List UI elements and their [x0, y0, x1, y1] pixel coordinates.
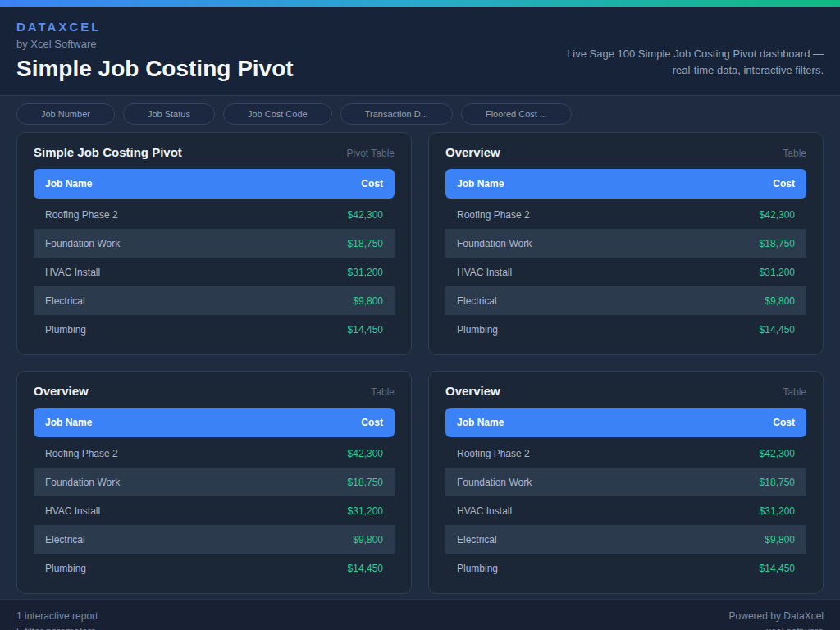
card-header: Overview Table	[34, 384, 395, 398]
table-row[interactable]: Electrical$9,800	[445, 286, 806, 315]
cost-cell: $31,200	[760, 267, 795, 278]
filter-chip-floored-cost[interactable]: Floored Cost ...	[461, 103, 572, 125]
table-body: Roofing Phase 2$42,300Foundation Work$18…	[445, 439, 806, 582]
table-column-header[interactable]: Job Name Cost	[34, 408, 395, 437]
tagline-line-1: Live Sage 100 Simple Job Costing Pivot d…	[567, 46, 824, 62]
table-row[interactable]: Roofing Phase 2$42,300	[34, 439, 395, 468]
job-name-cell: Plumbing	[457, 563, 498, 574]
header: DATAXCEL by Xcel Software Simple Job Cos…	[0, 7, 840, 96]
report-card: Overview Table Job Name Cost Roofing Pha…	[428, 371, 824, 594]
top-gradient-bar	[0, 0, 840, 7]
table-row[interactable]: Foundation Work$18,750	[445, 229, 806, 258]
table-body: Roofing Phase 2$42,300Foundation Work$18…	[34, 200, 395, 344]
job-name-cell: Electrical	[45, 295, 85, 307]
cost-cell: $42,300	[760, 209, 795, 221]
job-name-cell: Foundation Work	[457, 477, 532, 488]
filter-chip-job-number[interactable]: Job Number	[16, 103, 115, 125]
cost-cell: $9,800	[353, 534, 383, 546]
job-name-cell: Roofing Phase 2	[457, 448, 530, 459]
card-type-label: Table	[783, 148, 806, 159]
footer-website-link[interactable]: xcel.software	[729, 624, 824, 630]
table-row[interactable]: Plumbing$14,450	[445, 315, 806, 344]
card-type-label: Pivot Table	[347, 148, 395, 159]
table-body: Roofing Phase 2$42,300Foundation Work$18…	[445, 200, 806, 344]
table-row[interactable]: HVAC Install$31,200	[445, 496, 806, 525]
job-name-cell: Roofing Phase 2	[457, 209, 530, 221]
filter-chip-transaction-d[interactable]: Transaction D...	[340, 103, 453, 125]
card-title: Overview	[445, 145, 500, 159]
job-name-cell: HVAC Install	[457, 267, 512, 278]
job-name-cell: Foundation Work	[457, 238, 532, 249]
card-grid: Simple Job Costing Pivot Pivot Table Job…	[0, 129, 840, 599]
card-title: Simple Job Costing Pivot	[34, 145, 182, 159]
cost-cell: $14,450	[348, 563, 383, 574]
table-body: Roofing Phase 2$42,300Foundation Work$18…	[34, 439, 395, 582]
cost-cell: $18,750	[760, 477, 795, 488]
table-row[interactable]: HVAC Install$31,200	[445, 258, 806, 286]
dashboard-tagline: Live Sage 100 Simple Job Costing Pivot d…	[567, 46, 824, 79]
job-name-cell: Plumbing	[45, 563, 86, 574]
report-card: Overview Table Job Name Cost Roofing Pha…	[428, 132, 824, 355]
table-row[interactable]: Roofing Phase 2$42,300	[34, 200, 395, 229]
cost-cell: $9,800	[765, 295, 795, 307]
table-row[interactable]: Plumbing$14,450	[34, 554, 395, 582]
cost-cell: $42,300	[348, 448, 383, 459]
column-header-job-name[interactable]: Job Name	[457, 178, 504, 189]
job-name-cell: Plumbing	[45, 324, 86, 336]
cost-cell: $31,200	[348, 267, 383, 278]
table-row[interactable]: Roofing Phase 2$42,300	[445, 439, 806, 468]
table-row[interactable]: Plumbing$14,450	[445, 554, 806, 582]
cost-cell: $9,800	[765, 534, 795, 546]
cost-cell: $9,800	[353, 295, 383, 307]
table-row[interactable]: Foundation Work$18,750	[34, 229, 395, 258]
job-name-cell: Electrical	[457, 534, 497, 546]
cost-cell: $18,750	[348, 238, 383, 249]
job-name-cell: Plumbing	[457, 324, 498, 336]
table-row[interactable]: Foundation Work$18,750	[34, 468, 395, 496]
card-type-label: Table	[371, 386, 395, 398]
job-name-cell: Electrical	[45, 534, 85, 546]
job-name-cell: Roofing Phase 2	[45, 448, 118, 459]
table-column-header[interactable]: Job Name Cost	[445, 408, 806, 437]
table-row[interactable]: Foundation Work$18,750	[445, 468, 806, 496]
cost-cell: $14,450	[760, 563, 795, 574]
column-header-job-name[interactable]: Job Name	[45, 178, 92, 189]
table-column-header[interactable]: Job Name Cost	[445, 169, 806, 199]
column-header-cost[interactable]: Cost	[773, 178, 795, 189]
job-name-cell: Roofing Phase 2	[45, 209, 118, 221]
table-row[interactable]: Roofing Phase 2$42,300	[445, 200, 806, 229]
filter-chip-job-cost-code[interactable]: Job Cost Code	[223, 103, 332, 125]
column-header-cost[interactable]: Cost	[361, 417, 383, 428]
table-column-header[interactable]: Job Name Cost	[34, 169, 395, 199]
footer-filter-count: 5 filter parameters	[16, 624, 98, 630]
job-name-cell: Foundation Work	[45, 477, 120, 488]
column-header-cost[interactable]: Cost	[361, 178, 383, 189]
card-header: Overview Table	[445, 384, 806, 398]
cost-cell: $14,450	[760, 324, 795, 336]
brand-logo: DATAXCEL	[16, 20, 824, 34]
table-row[interactable]: HVAC Install$31,200	[34, 496, 395, 525]
table-row[interactable]: HVAC Install$31,200	[34, 258, 395, 286]
job-name-cell: Foundation Work	[45, 238, 120, 249]
card-header: Simple Job Costing Pivot Pivot Table	[34, 145, 395, 159]
table-row[interactable]: Plumbing$14,450	[34, 315, 395, 344]
column-header-job-name[interactable]: Job Name	[45, 417, 92, 428]
column-header-job-name[interactable]: Job Name	[457, 417, 504, 428]
report-card: Simple Job Costing Pivot Pivot Table Job…	[16, 132, 412, 355]
table-row[interactable]: Electrical$9,800	[34, 525, 395, 554]
cost-cell: $18,750	[348, 477, 383, 488]
tagline-line-2: real-time data, interactive filters.	[567, 62, 824, 79]
table-row[interactable]: Electrical$9,800	[445, 525, 806, 554]
job-name-cell: HVAC Install	[457, 505, 512, 517]
report-card: Overview Table Job Name Cost Roofing Pha…	[16, 371, 412, 594]
card-title: Overview	[445, 384, 500, 398]
footer: 1 interactive report 5 filter parameters…	[0, 599, 840, 630]
table-row[interactable]: Electrical$9,800	[34, 286, 395, 315]
job-name-cell: Electrical	[457, 295, 497, 307]
footer-report-count: 1 interactive report	[16, 609, 98, 624]
filter-chip-job-status[interactable]: Job Status	[123, 103, 215, 125]
job-name-cell: HVAC Install	[45, 267, 100, 278]
filter-bar: Job NumberJob StatusJob Cost CodeTransac…	[0, 96, 840, 129]
column-header-cost[interactable]: Cost	[773, 417, 795, 428]
cost-cell: $18,750	[760, 238, 795, 249]
